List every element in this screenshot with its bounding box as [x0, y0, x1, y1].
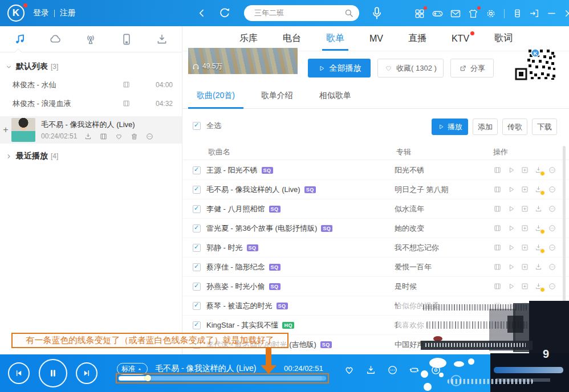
add-icon[interactable]	[521, 340, 529, 349]
next-button[interactable]	[76, 362, 97, 384]
mv-icon[interactable]	[493, 301, 502, 310]
row-checkbox[interactable]	[193, 302, 201, 310]
back-icon[interactable]	[196, 7, 208, 19]
play-icon[interactable]	[507, 243, 515, 252]
download-icon[interactable]	[534, 205, 543, 213]
mv-icon[interactable]	[122, 80, 131, 89]
heart-icon[interactable]	[343, 364, 355, 376]
tab-music-library[interactable]	[13, 32, 27, 46]
row-checkbox[interactable]	[193, 224, 201, 232]
tab-device[interactable]	[120, 32, 133, 46]
play-icon[interactable]	[507, 166, 515, 174]
subtab[interactable]: 歌曲(20首)	[197, 91, 235, 108]
more-icon[interactable]	[548, 263, 556, 271]
play-icon[interactable]	[507, 185, 515, 194]
add-icon[interactable]	[521, 205, 529, 213]
main-nav-tab[interactable]: 乐库	[239, 26, 258, 51]
song-title[interactable]: 孙燕姿 - 时光小偷	[206, 281, 265, 292]
trash-icon[interactable]	[130, 132, 139, 141]
more-icon[interactable]	[548, 301, 556, 310]
table-row[interactable]: 郭静 - 时光 SQ 我不想忘记你	[183, 238, 569, 258]
play-icon[interactable]	[507, 282, 515, 291]
mv-icon[interactable]	[122, 99, 131, 108]
tab-radio[interactable]	[84, 32, 97, 46]
add-to-list-icon[interactable]	[0, 125, 11, 135]
desktop-lyrics-icon[interactable]	[430, 364, 442, 376]
play-icon[interactable]	[507, 224, 515, 232]
app-logo[interactable]: K	[7, 5, 25, 22]
mv-icon[interactable]	[493, 185, 502, 194]
play-button[interactable]: 播放	[432, 119, 468, 135]
loop-icon[interactable]	[408, 364, 420, 376]
table-row[interactable]: 毛不易 - 像我这样的人 (Live) SQ 明日之子 第八期	[183, 180, 569, 199]
row-checkbox[interactable]	[193, 283, 201, 291]
now-playing-title[interactable]: 毛不易 - 像我这样的人 (Live)	[41, 120, 178, 130]
album[interactable]: 她的改变	[395, 223, 491, 234]
mv-icon[interactable]	[99, 132, 108, 141]
add-icon[interactable]	[521, 185, 529, 194]
download-icon[interactable]	[365, 364, 377, 376]
mini-player-icon[interactable]	[512, 8, 523, 19]
play-icon[interactable]	[507, 340, 515, 349]
tab-download[interactable]	[155, 32, 169, 46]
row-checkbox[interactable]	[193, 263, 201, 271]
more-icon[interactable]	[548, 243, 556, 252]
close-icon[interactable]	[563, 8, 569, 19]
song-title[interactable]: 王源 - 阳光不锈	[206, 165, 258, 175]
mv-icon[interactable]	[493, 243, 502, 252]
mv-icon[interactable]	[493, 321, 502, 329]
table-row[interactable]: 蔡琴 - 被遗忘的时光 SQ 恰似你的温柔	[183, 296, 569, 316]
album[interactable]: 似水流年	[395, 204, 491, 214]
download-icon[interactable]	[534, 321, 543, 329]
mv-icon[interactable]	[493, 282, 502, 291]
mv-icon[interactable]	[493, 166, 502, 174]
download-icon[interactable]	[534, 263, 543, 271]
album[interactable]: 恰似你的温柔	[395, 301, 491, 311]
now-playing-item[interactable]: 毛不易 - 像我这样的人 (Live) 00:24/02:51	[0, 116, 182, 144]
more-icon[interactable]	[548, 185, 556, 194]
album[interactable]: 爱恨一百年	[395, 262, 491, 272]
play-all-button[interactable]: 全部播放	[308, 59, 371, 77]
mv-icon[interactable]	[493, 340, 502, 349]
recent-played-group[interactable]: 最近播放 [4]	[0, 148, 182, 165]
album[interactable]: 是时候	[395, 281, 491, 292]
main-nav-tab[interactable]: 歌单	[326, 26, 344, 51]
subtab[interactable]: 歌单介绍	[261, 91, 293, 108]
main-nav-tab[interactable]: KTV	[452, 27, 469, 50]
main-nav-tab[interactable]: 电台	[283, 26, 301, 51]
search-box[interactable]	[244, 5, 359, 21]
song-title[interactable]: 毛不易 - 像我这样的人 (Live)	[206, 185, 300, 195]
add-icon[interactable]	[521, 243, 529, 252]
add-icon[interactable]	[521, 263, 529, 271]
skin-icon[interactable]	[468, 8, 479, 19]
row-checkbox[interactable]	[193, 244, 201, 252]
table-row[interactable]: KingStar - 其实我不懂 HQ 我喜欢你	[183, 316, 569, 335]
play-icon[interactable]	[507, 321, 515, 329]
subtab[interactable]: 相似歌单	[319, 91, 351, 108]
default-playlist-group[interactable]: 默认列表 [3]	[0, 58, 182, 75]
mv-icon[interactable]	[493, 263, 502, 271]
more-icon[interactable]	[145, 132, 154, 141]
heart-icon[interactable]	[115, 132, 123, 141]
mic-icon[interactable]	[369, 6, 384, 21]
album[interactable]: 明日之子 第八期	[395, 185, 491, 195]
song-title[interactable]: 林俊杰 - 浪漫血液	[13, 99, 122, 109]
song-title[interactable]: 林俊杰 - 水仙	[13, 80, 122, 90]
settings-icon[interactable]	[485, 8, 497, 19]
row-checkbox[interactable]	[193, 205, 201, 213]
scrollbar[interactable]	[563, 146, 566, 311]
download-icon[interactable]	[84, 132, 92, 141]
table-row[interactable]: 王源 - 阳光不锈 SQ 阳光不锈	[183, 161, 569, 180]
more-icon[interactable]	[548, 282, 556, 291]
add-icon[interactable]	[521, 166, 529, 174]
song-title[interactable]: 蔡琴 - 被遗忘的时光	[206, 301, 273, 311]
song-title[interactable]: 李健 - 八月照相馆	[206, 204, 265, 214]
song-title[interactable]: 蔡淳佳 - 隐形纪念	[206, 262, 265, 272]
main-nav-tab[interactable]: MV	[369, 27, 383, 50]
more-icon[interactable]	[548, 321, 556, 329]
album[interactable]: 我喜欢你	[395, 320, 491, 330]
register-link[interactable]: 注册	[60, 8, 76, 18]
row-checkbox[interactable]	[193, 166, 201, 174]
search-input[interactable]	[253, 7, 339, 19]
pause-button[interactable]	[39, 359, 67, 387]
